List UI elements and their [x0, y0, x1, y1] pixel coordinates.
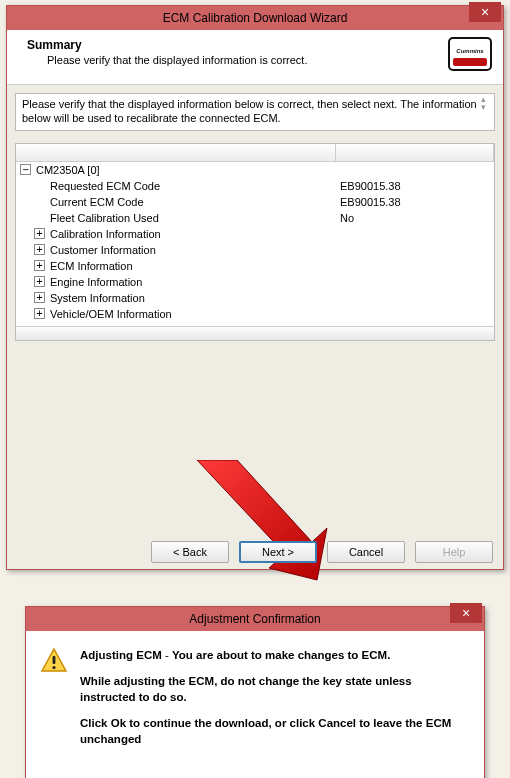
summary-subtitle: Please verify that the displayed informa…	[47, 54, 307, 66]
tree-leaf-row[interactable]: Requested ECM Code EB90015.38	[16, 178, 494, 194]
dialog-line1-c: You are about to make changes to ECM.	[172, 649, 390, 661]
tree-branch-label: ECM Information	[50, 260, 133, 272]
svg-point-6	[52, 666, 55, 669]
cancel-button[interactable]: Cancel	[327, 541, 405, 563]
wizard-body: Please verify that the displayed informa…	[7, 85, 503, 569]
tree-branch-row[interactable]: +Engine Information	[16, 274, 494, 290]
expander-icon[interactable]: −	[20, 164, 31, 175]
svg-rect-5	[53, 656, 56, 664]
tree-leaf-value: EB90015.38	[340, 180, 401, 192]
tree-branch-label: Vehicle/OEM Information	[50, 308, 172, 320]
tree-root-row[interactable]: −CM2350A [0]	[16, 162, 494, 178]
dialog-title: Adjustment Confirmation	[189, 612, 320, 626]
tree-root-label: CM2350A [0]	[36, 164, 100, 176]
tree-branch-row[interactable]: +Customer Information	[16, 242, 494, 258]
instruction-text: Please verify that the displayed informa…	[15, 93, 495, 131]
wizard-titlebar: ECM Calibration Download Wizard ×	[7, 6, 503, 30]
wizard-title: ECM Calibration Download Wizard	[163, 11, 348, 25]
wizard-header: Summary Please verify that the displayed…	[7, 30, 503, 85]
dialog-line1-a: Adjusting ECM	[80, 649, 162, 661]
tree-leaf-label: Current ECM Code	[50, 196, 144, 208]
wizard-window: ECM Calibration Download Wizard × Summar…	[6, 5, 504, 570]
tree-branch-row[interactable]: +ECM Information	[16, 258, 494, 274]
annotation-arrow-icon	[177, 460, 337, 592]
tree-leaf-value: EB90015.38	[340, 196, 401, 208]
tree-branch-row[interactable]: +System Information	[16, 290, 494, 306]
help-button: Help	[415, 541, 493, 563]
confirmation-dialog: Adjustment Confirmation × Adjusting ECM …	[25, 606, 485, 778]
tree-branch-label: Calibration Information	[50, 228, 161, 240]
expander-icon[interactable]: +	[34, 228, 45, 239]
grid-body: −CM2350A [0] Requested ECM Code EB90015.…	[16, 162, 494, 326]
dialog-line2: While adjusting the ECM, do not change t…	[80, 675, 412, 703]
wizard-button-row: < Back Next > Cancel Help	[151, 541, 493, 563]
tree-branch-label: Engine Information	[50, 276, 142, 288]
expander-icon[interactable]: +	[34, 244, 45, 255]
tree-branch-row[interactable]: +Vehicle/OEM Information	[16, 306, 494, 322]
back-button[interactable]: < Back	[151, 541, 229, 563]
tree-leaf-row[interactable]: Fleet Calibration Used No	[16, 210, 494, 226]
tree-branch-row[interactable]: +Calibration Information	[16, 226, 494, 242]
summary-title: Summary	[27, 38, 307, 52]
expander-icon[interactable]: +	[34, 292, 45, 303]
dialog-titlebar: Adjustment Confirmation ×	[26, 607, 484, 631]
tree-branch-label: System Information	[50, 292, 145, 304]
tree-leaf-value: No	[340, 212, 354, 224]
tree-branch-label: Customer Information	[50, 244, 156, 256]
tree-leaf-row[interactable]: Current ECM Code EB90015.38	[16, 194, 494, 210]
grid-footer-bar	[16, 326, 494, 340]
expander-icon[interactable]: +	[34, 260, 45, 271]
cummins-logo-icon: Cummins	[447, 36, 493, 74]
svg-rect-2	[453, 58, 487, 66]
svg-text:Cummins: Cummins	[456, 48, 484, 54]
grid-header-col2[interactable]	[336, 144, 494, 162]
tree-leaf-label: Requested ECM Code	[50, 180, 160, 192]
summary-tree-grid: −CM2350A [0] Requested ECM Code EB90015.…	[15, 143, 495, 341]
grid-header	[16, 144, 494, 162]
close-icon[interactable]: ×	[450, 603, 482, 623]
next-button[interactable]: Next >	[239, 541, 317, 563]
warning-icon	[40, 647, 68, 778]
dialog-text: Adjusting ECM - You are about to make ch…	[80, 647, 470, 778]
dialog-body: Adjusting ECM - You are about to make ch…	[26, 631, 484, 778]
expander-icon[interactable]: +	[34, 276, 45, 287]
wizard-header-text: Summary Please verify that the displayed…	[27, 36, 307, 66]
dialog-line3: Click Ok to continue the download, or cl…	[80, 717, 451, 745]
close-icon[interactable]: ×	[469, 2, 501, 22]
dialog-line1-b: -	[162, 649, 172, 661]
scrollbar-hint-icon[interactable]: ▴▾	[481, 95, 491, 111]
expander-icon[interactable]: +	[34, 308, 45, 319]
grid-header-col1[interactable]	[16, 144, 336, 162]
tree-leaf-label: Fleet Calibration Used	[50, 212, 159, 224]
